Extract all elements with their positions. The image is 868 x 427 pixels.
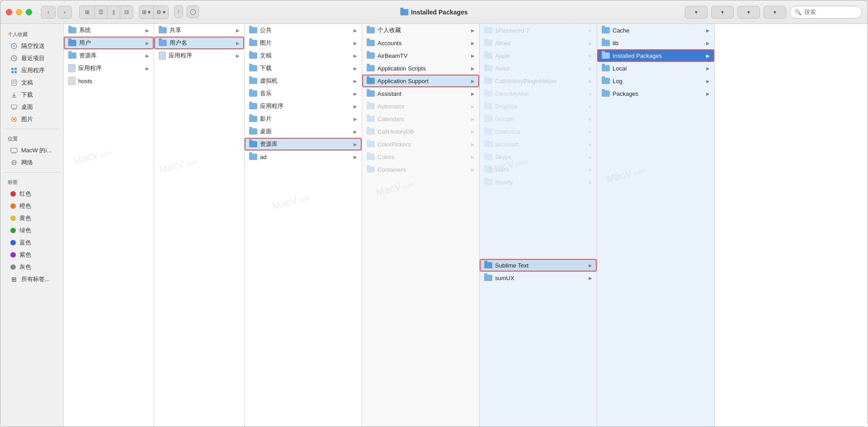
sidebar-item-photos[interactable]: 图片 — [3, 113, 61, 125]
col2-item-movies[interactable]: 影片 ▶ — [245, 113, 362, 125]
sidebar-item-downloads[interactable]: 下载 — [3, 89, 61, 101]
view-gallery-button[interactable]: ⊟ — [120, 6, 133, 19]
col0-item-system[interactable]: 系统 ▶ — [64, 24, 154, 37]
item-label: 影片 — [260, 115, 272, 123]
chevron-icon: ▶ — [354, 28, 357, 33]
forward-button[interactable]: › — [57, 6, 72, 19]
col3-item-blur2: Calendars ▶ — [362, 113, 479, 125]
col2-item-downloads[interactable]: 下载 ▶ — [245, 62, 362, 75]
share-button[interactable]: ↑ — [174, 5, 183, 18]
item-label: CallHistoryDB — [377, 128, 414, 135]
folder-icon — [484, 40, 492, 46]
col0-item-apps[interactable]: 应用程序 ▶ — [64, 62, 154, 75]
traffic-lights — [6, 9, 32, 15]
sidebar-item-tag-all[interactable]: ⊞ 所有标签... — [3, 273, 61, 285]
maximize-button[interactable] — [26, 9, 32, 15]
col0-item-hosts[interactable]: hosts — [64, 75, 154, 87]
folder-icon — [367, 65, 375, 71]
folder-icon — [249, 27, 257, 33]
col2-item-documents[interactable]: 文稿 ▶ — [245, 49, 362, 62]
sidebar-item-recents[interactable]: 最近项目 — [3, 52, 61, 64]
col2-item-vm[interactable]: 虚拟机 ▶ — [245, 75, 362, 87]
sidebar-item-tag-yellow[interactable]: 黄色 — [3, 212, 61, 224]
col3-item-favorites[interactable]: 个人收藏 ▶ — [362, 24, 479, 37]
columns-icon: ⫿ — [113, 9, 115, 15]
col2-item-public[interactable]: 公共 ▶ — [245, 24, 362, 37]
col4-item-sumux[interactable]: sumUX ▶ — [480, 272, 597, 284]
sidebar-item-computer[interactable]: MacW 的i... — [3, 145, 61, 156]
search-box[interactable]: 🔍 — [790, 6, 862, 19]
sidebar-item-desktop[interactable]: 桌面 — [3, 101, 61, 113]
col1-item-apps[interactable]: 应用程序 ▶ — [154, 49, 244, 62]
close-button[interactable] — [6, 9, 12, 15]
col2-item-music[interactable]: 音乐 ▶ — [245, 87, 362, 100]
list-icon: ☰ — [99, 9, 104, 15]
item-label: AirBeamTV — [377, 52, 407, 59]
folder-icon — [367, 103, 375, 109]
folder-icon — [484, 166, 492, 173]
col3-item-appsupport[interactable]: Application Support ▶ — [362, 75, 479, 87]
item-label: sumUX — [495, 275, 514, 282]
col0-item-users[interactable]: 用户 ▶ — [64, 37, 154, 49]
gear-button[interactable]: ⚙ ▾ — [154, 6, 168, 19]
col5-item-log[interactable]: Log ▶ — [597, 75, 714, 87]
sidebar-item-tag-red[interactable]: 红色 — [3, 188, 61, 200]
col1-item-home[interactable]: 用户名 ▶ — [154, 37, 244, 49]
chevron-icon: ▶ — [471, 117, 475, 122]
columns-browser: MacV.com 系统 ▶ 用户 ▶ 资源库 ▶ — [64, 24, 868, 427]
col2-item-desktop[interactable]: 桌面 ▶ — [245, 125, 362, 138]
folder-icon — [68, 27, 76, 33]
view-list-button[interactable]: ☰ — [95, 6, 108, 19]
sidebar-item-tag-gray[interactable]: 灰色 — [3, 261, 61, 273]
sidebar-item-airdrop[interactable]: 隔空投送 — [3, 40, 61, 52]
sidebar-item-network[interactable]: 网络 — [3, 157, 61, 169]
chevron-icon: ▶ — [706, 91, 710, 96]
view-columns-button[interactable]: ⫿ — [108, 6, 120, 19]
downloads-icon — [10, 91, 18, 99]
col5-item-local[interactable]: Local ▶ — [597, 62, 714, 75]
col2-item-library[interactable]: 资源库 ▶ — [245, 138, 362, 150]
chevron-icon: ▶ — [589, 91, 592, 96]
search-input[interactable] — [804, 9, 857, 15]
col5-item-cache[interactable]: Cache ▶ — [597, 24, 714, 37]
col3-item-blur5: Colors ▶ — [362, 150, 479, 163]
sort-dropdown-1[interactable]: ▾ — [685, 6, 708, 19]
col1-item-shared[interactable]: 共享 ▶ — [154, 24, 244, 37]
sidebar-item-tag-orange[interactable]: 橙色 — [3, 200, 61, 212]
col3-item-appscripts[interactable]: Application Scripts ▶ — [362, 62, 479, 75]
col0-item-library[interactable]: 资源库 ▶ — [64, 49, 154, 62]
sidebar-section-tags: 标签 — [0, 176, 63, 188]
tag-button[interactable]: ◯ — [187, 5, 199, 18]
arrange-button[interactable]: ⊞ ▾ — [139, 6, 154, 19]
col5-item-installed-packages[interactable]: Installed Packages ▶ — [597, 49, 714, 62]
sidebar-item-tag-purple[interactable]: 紫色 — [3, 249, 61, 261]
item-label: ad — [260, 154, 266, 160]
minimize-button[interactable] — [16, 9, 22, 15]
col2-item-ad[interactable]: ad ▶ — [245, 150, 362, 163]
item-label: Local — [613, 65, 627, 72]
sidebar-label-tag-gray: 灰色 — [19, 263, 31, 271]
sidebar-item-tag-green[interactable]: 绿色 — [3, 225, 61, 236]
col2-item-apps[interactable]: 应用程序 ▶ — [245, 100, 362, 113]
col3-item-assistant[interactable]: Assistant ▶ — [362, 87, 479, 100]
folder-icon — [249, 154, 257, 160]
back-button[interactable]: ‹ — [41, 6, 56, 19]
view-icons-button[interactable]: ⊞ — [80, 6, 95, 19]
sidebar-item-apps[interactable]: 应用程序 — [3, 65, 61, 76]
col3-item-accounts[interactable]: Accounts ▶ — [362, 37, 479, 49]
col4-item-sublimetext[interactable]: Sublime Text ▶ — [480, 259, 597, 272]
sidebar-item-tag-blue[interactable]: 蓝色 — [3, 237, 61, 249]
chevron-icon: ▶ — [471, 79, 475, 84]
col3-item-airbeam[interactable]: AirBeamTV ▶ — [362, 49, 479, 62]
sidebar-item-docs[interactable]: 文稿 — [3, 77, 61, 89]
chevron-icon: ▶ — [236, 41, 240, 46]
item-label: Dropbox — [495, 103, 517, 110]
col5-item-lib[interactable]: lib ▶ — [597, 37, 714, 49]
col2-item-pictures[interactable]: 图片 ▶ — [245, 37, 362, 49]
col5-item-packages[interactable]: Packages ▶ — [597, 87, 714, 100]
sort-dropdown-4[interactable]: ▾ — [764, 6, 786, 19]
sort-dropdown-3[interactable]: ▾ — [737, 6, 760, 19]
tag-dot-yellow — [10, 216, 16, 221]
dropdown2-label: ▾ — [721, 9, 724, 15]
sort-dropdown-2[interactable]: ▾ — [711, 6, 734, 19]
